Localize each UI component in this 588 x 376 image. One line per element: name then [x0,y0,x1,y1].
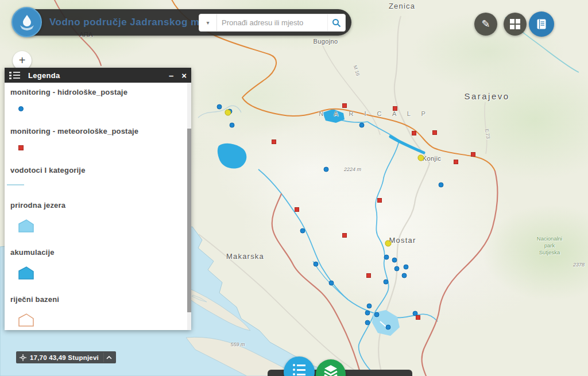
hydro-station-marker[interactable] [384,280,389,285]
legend-item-label: monitoring - meteorološke_postaje [10,127,183,135]
meteo-station-marker[interactable] [393,106,397,111]
legend-item: monitoring - meteorološke_postaje [10,127,183,150]
app-title: Vodno područje Jadranskog mora [49,17,216,28]
hydro-station-marker[interactable] [404,265,409,270]
water-drop-icon [17,13,37,32]
hydro-station-marker[interactable] [367,304,372,309]
search-button[interactable] [327,14,345,31]
legend-list-icon [9,72,20,79]
crosshair-icon[interactable] [20,354,26,361]
search-box: ▾ [199,14,346,32]
legend-item: vodotoci I kategorije [10,166,183,185]
meteo-station-marker[interactable] [432,130,437,135]
boundary-red-east [422,171,498,376]
meteo-station-marker[interactable] [272,139,276,144]
legend-item: akumulacije [10,248,183,280]
hydro-station-marker[interactable] [394,266,400,272]
search-source-dropdown[interactable]: ▾ [199,14,217,31]
hydro-station-marker[interactable] [230,123,235,128]
meteo-station-marker[interactable] [471,152,475,157]
search-icon [332,18,341,28]
legend-symbol-poly [18,219,34,232]
hydro-station-marker[interactable] [314,262,319,267]
chevron-up-icon [106,356,112,359]
lake-busko [218,144,246,169]
legend-symbol-poly-outline [18,313,34,327]
search-input[interactable] [217,14,327,31]
boundary-red-west [272,194,362,376]
legend-symbol-line [7,184,24,185]
hydro-station-marker[interactable] [329,281,334,286]
meteo-station-marker[interactable] [342,233,347,238]
coordinate-readout: 17,70 43,49 Stupnjevi [26,354,103,361]
legend-item-label: prirodna jezera [10,201,183,210]
layers-icon [323,364,338,376]
legend-minimize-button[interactable]: – [169,71,173,80]
hydro-station-marker[interactable] [359,123,365,128]
pencil-icon: ✎ [481,18,490,30]
hydro-station-marker[interactable] [384,255,389,260]
legend-title: Legenda [28,71,60,80]
coordinate-expand-button[interactable] [103,352,115,362]
legend-toggle-button[interactable] [529,11,554,37]
coordinate-bar: 17,70 43,49 Stupnjevi [16,351,116,363]
lake-rama [323,109,345,123]
hydro-station-marker[interactable] [439,183,444,188]
meteo-station-marker[interactable] [412,131,416,135]
basemap-gallery-button[interactable] [504,13,527,36]
hydro-station-marker[interactable] [392,258,397,263]
hydro-station-marker[interactable] [374,312,380,317]
lakes [218,109,424,336]
grid-icon [510,19,520,29]
bulleted-list-icon [293,364,305,375]
meteo-station-marker[interactable] [416,315,420,320]
app-logo [11,7,42,37]
hydro-station-marker[interactable] [365,320,370,325]
legend-item: monitoring - hidrološke_postaje [10,88,183,111]
legend-body: monitoring - hidrološke_postajemonitorin… [5,83,191,330]
draw-tool-button[interactable]: ✎ [474,13,497,36]
legend-item-label: monitoring - hidrološke_postaje [10,88,183,96]
meteo-station-marker[interactable] [366,273,371,278]
legend-symbol-poly [18,266,34,280]
legend-symbol-square [18,145,24,150]
meteo-station-marker[interactable] [342,103,347,108]
legend-item-label: vodotoci I kategorije [10,166,183,175]
hydro-station-marker[interactable] [402,273,407,278]
legend-panel-header[interactable]: Legenda – × [5,68,191,83]
selected-station-marker[interactable] [418,155,424,161]
app-window: ZenicaАПАBugojnoSarajevoN A R I C A L PK… [0,0,588,376]
meteo-station-marker[interactable] [454,160,458,164]
selected-station-marker[interactable] [385,241,392,247]
legend-book-icon [536,18,547,30]
legend-panel: Legenda – × monitoring - hidrološke_post… [5,68,191,330]
meteo-station-marker[interactable] [377,198,382,203]
hydro-station-marker[interactable] [324,167,329,172]
hydro-station-marker[interactable] [300,228,305,234]
hydro-station-marker[interactable] [365,311,370,316]
legend-close-button[interactable]: × [181,71,187,80]
legend-symbol-dot [18,106,24,111]
legend-item: prirodna jezera [10,201,183,232]
hydro-station-marker[interactable] [386,325,391,330]
legend-item-label: riječni bazeni [10,295,183,304]
legend-item-label: akumulacije [10,248,183,257]
legend-scrollbar-track[interactable] [187,83,191,330]
meteo-station-marker[interactable] [295,207,299,212]
selected-station-marker[interactable] [225,110,231,116]
legend-scrollbar-thumb[interactable] [187,129,191,312]
legend-item: riječni bazeni [10,295,183,327]
hydro-station-marker[interactable] [217,104,222,110]
